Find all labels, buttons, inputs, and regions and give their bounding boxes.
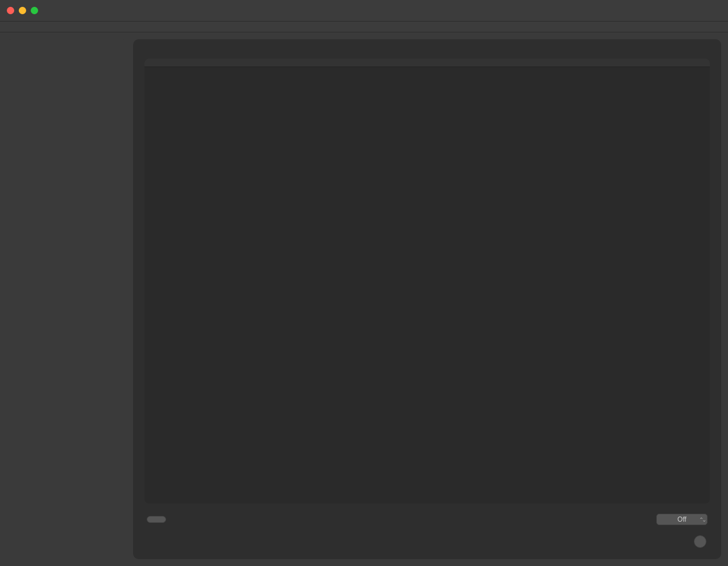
toolbar xyxy=(0,22,728,32)
table-header xyxy=(144,59,710,67)
maximize-button[interactable] xyxy=(31,7,38,14)
other-websites-select-wrapper[interactable]: Off On xyxy=(656,514,708,525)
main-content: Off On xyxy=(0,32,728,566)
title-bar xyxy=(0,0,728,22)
table-body xyxy=(144,67,710,503)
minimize-button[interactable] xyxy=(19,7,26,14)
bottom-bar: Off On xyxy=(144,514,710,525)
other-websites-select[interactable]: Off On xyxy=(656,514,708,525)
remove-button[interactable] xyxy=(147,516,166,523)
sidebar xyxy=(7,39,126,559)
websites-table xyxy=(144,59,710,503)
window-controls[interactable] xyxy=(7,7,38,14)
other-websites: Off On xyxy=(651,514,708,525)
help-button[interactable] xyxy=(694,535,706,548)
close-button[interactable] xyxy=(7,7,14,14)
right-panel: Off On xyxy=(133,39,721,559)
help-container xyxy=(144,533,710,548)
sidebar-section-label xyxy=(7,39,126,49)
